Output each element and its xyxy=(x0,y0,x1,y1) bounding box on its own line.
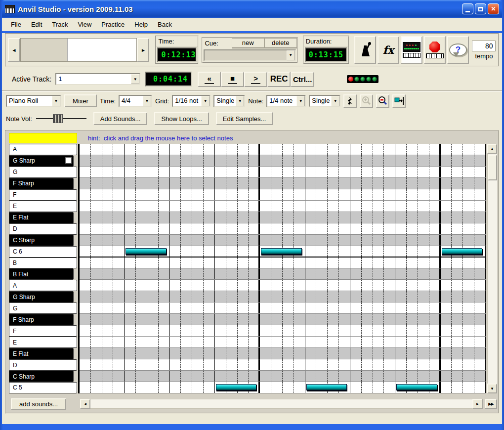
scroll-left-button[interactable]: ◄ xyxy=(80,399,90,409)
piano-key-f-sharp[interactable]: F Sharp xyxy=(9,314,74,325)
grid-row[interactable] xyxy=(80,314,486,325)
note-mode-select[interactable]: Single ▼ xyxy=(309,95,340,107)
menu-item-edit[interactable]: Edit xyxy=(26,19,47,30)
cue-delete-button[interactable]: delete xyxy=(264,38,297,48)
timeline-header-box[interactable] xyxy=(9,133,77,143)
add-sounds-small-button[interactable]: add sounds... xyxy=(11,398,66,410)
note-to-end-button[interactable] xyxy=(392,94,406,108)
edit-samples-button[interactable]: Edit Samples... xyxy=(216,112,273,125)
synthesizer-button[interactable] xyxy=(401,36,422,64)
piano-key-c-sharp[interactable]: C Sharp xyxy=(9,235,74,246)
note-volume-slider[interactable] xyxy=(36,114,86,123)
active-track-dropdown-button[interactable]: ▼ xyxy=(131,74,139,84)
mixer-button[interactable]: Mixer xyxy=(64,94,97,107)
piano-key-a[interactable]: A xyxy=(9,280,77,291)
cue-dropdown-button[interactable]: ▼ xyxy=(287,50,295,60)
menu-item-view[interactable]: View xyxy=(73,19,96,30)
active-track-select[interactable]: 1 ▼ xyxy=(55,73,140,85)
horizontal-scrollbar[interactable]: ◄ ► xyxy=(80,399,483,409)
grid-mode-select[interactable]: Single ▼ xyxy=(213,95,245,107)
note-length-select[interactable]: 1/4 note ▼ xyxy=(266,95,306,107)
vertical-scroll-track[interactable] xyxy=(487,154,497,384)
piano-key-b[interactable]: B xyxy=(9,258,77,269)
piano-key-e-flat[interactable]: E Flat xyxy=(9,212,74,223)
grid-row[interactable] xyxy=(80,280,486,291)
piano-key-f-sharp[interactable]: F Sharp xyxy=(9,178,74,189)
zoom-out-button[interactable] xyxy=(376,94,389,108)
cue-select[interactable]: ▼ xyxy=(204,49,295,61)
menu-item-file[interactable]: File xyxy=(6,19,26,30)
midi-note-c6[interactable] xyxy=(126,248,166,255)
play-button[interactable]: > xyxy=(244,72,267,87)
piano-key-a[interactable]: A xyxy=(9,144,77,155)
piano-key-g[interactable]: G xyxy=(9,167,77,178)
note-grid[interactable] xyxy=(78,144,486,393)
grid-row[interactable] xyxy=(80,268,486,280)
grid-row[interactable] xyxy=(80,325,486,337)
piano-key-f[interactable]: F xyxy=(9,325,77,337)
grid-row[interactable] xyxy=(80,348,486,359)
grid-row[interactable] xyxy=(80,189,486,201)
horizontal-scroll-track[interactable] xyxy=(90,399,472,409)
grid-size-dropdown-button[interactable]: ▼ xyxy=(201,96,210,106)
position-left-button[interactable]: ◄ xyxy=(8,38,20,62)
piano-key-g-sharp[interactable]: G Sharp xyxy=(9,155,74,167)
help-button[interactable]: ? xyxy=(447,36,469,64)
note-length-dropdown-button[interactable]: ▼ xyxy=(296,96,305,106)
position-track[interactable] xyxy=(20,38,137,62)
scroll-up-button[interactable]: ▲ xyxy=(487,144,497,154)
song-position-control[interactable]: ◄ ► xyxy=(8,38,149,62)
metronome-button[interactable] xyxy=(354,36,376,64)
note-mode-dropdown-button[interactable]: ▼ xyxy=(331,96,339,106)
close-button[interactable]: ✕ xyxy=(488,3,499,14)
stop-button[interactable]: ■ xyxy=(221,72,244,87)
position-right-button[interactable]: ► xyxy=(137,38,149,62)
menu-item-track[interactable]: Track xyxy=(47,19,73,30)
vertical-scroll-thumb[interactable] xyxy=(488,155,497,180)
record-track-button[interactable]: REC xyxy=(267,72,291,87)
piano-key-d[interactable]: D xyxy=(9,223,77,235)
view-mode-dropdown-button[interactable]: ▼ xyxy=(52,96,60,106)
menu-item-practice[interactable]: Practice xyxy=(96,19,129,30)
grid-row[interactable] xyxy=(80,235,486,246)
show-loops-button[interactable]: Show Loops... xyxy=(154,112,209,125)
grid-row[interactable] xyxy=(80,223,486,235)
grid-row[interactable] xyxy=(80,258,486,269)
record-button[interactable] xyxy=(424,36,446,64)
grid-row[interactable] xyxy=(80,167,486,178)
grid-row[interactable] xyxy=(80,359,486,371)
time-signature-dropdown-button[interactable]: ▼ xyxy=(143,96,151,106)
minimize-button[interactable] xyxy=(462,3,473,14)
rest-tool-button[interactable] xyxy=(343,94,357,108)
piano-key-d[interactable]: D xyxy=(9,359,77,371)
grid-row[interactable] xyxy=(80,201,486,212)
grid-row[interactable] xyxy=(80,178,486,189)
grid-row[interactable] xyxy=(80,291,486,302)
effects-button[interactable]: fx xyxy=(378,36,399,64)
piano-key-e[interactable]: E xyxy=(9,201,77,212)
piano-key-c-sharp[interactable]: C Sharp xyxy=(9,371,74,382)
grid-mode-dropdown-button[interactable]: ▼ xyxy=(236,96,244,106)
grid-row[interactable] xyxy=(80,155,486,167)
piano-key-f[interactable]: F xyxy=(9,189,77,201)
view-mode-select[interactable]: Piano Roll ▼ xyxy=(6,95,61,107)
midi-note-c6[interactable] xyxy=(442,248,482,255)
menu-item-back[interactable]: Back xyxy=(153,19,177,30)
piano-key-c-6[interactable]: C 6 xyxy=(9,246,77,258)
midi-note-c6[interactable] xyxy=(261,248,301,255)
scroll-down-button[interactable]: ▼ xyxy=(487,384,497,393)
scroll-right-button[interactable]: ► xyxy=(472,399,483,409)
midi-note-c5[interactable] xyxy=(396,384,437,390)
slider-thumb[interactable] xyxy=(53,114,63,123)
grid-row[interactable] xyxy=(80,371,486,382)
midi-note-c5[interactable] xyxy=(306,384,347,390)
grid-row[interactable] xyxy=(80,337,486,348)
piano-key-g-sharp[interactable]: G Sharp xyxy=(9,291,74,302)
grid-row[interactable] xyxy=(80,302,486,314)
piano-key-e-flat[interactable]: E Flat xyxy=(9,348,74,359)
ctrl-button[interactable]: Ctrl... xyxy=(291,72,314,87)
cue-new-button[interactable]: new xyxy=(232,38,264,48)
piano-key-e[interactable]: E xyxy=(9,337,77,348)
zoom-in-button[interactable] xyxy=(360,94,373,108)
vertical-scrollbar[interactable]: ▲ ▼ xyxy=(487,144,497,393)
